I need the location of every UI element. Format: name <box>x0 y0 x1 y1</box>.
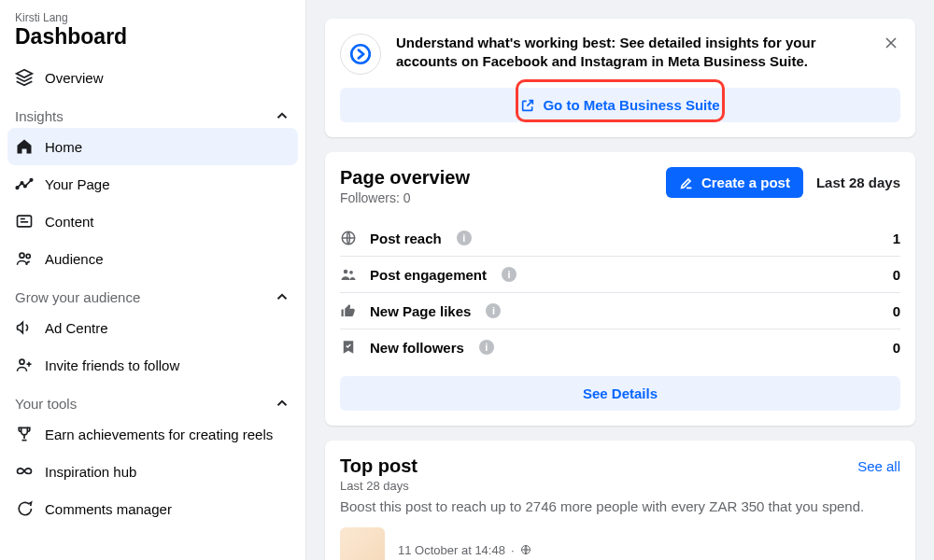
sidebar-item-label: Invite friends to follow <box>45 357 179 373</box>
chevron-up-icon <box>274 107 290 124</box>
sidebar-item-content[interactable]: Content <box>7 203 298 240</box>
top-post-title: Top post <box>340 455 417 477</box>
comment-icon <box>15 499 34 518</box>
banner-text: Understand what's working best: See deta… <box>396 34 900 72</box>
user-name: Kirsti Lang <box>7 11 298 24</box>
svg-point-9 <box>20 359 24 364</box>
section-grow[interactable]: Grow your audience <box>7 277 298 309</box>
metric-post-reach: Post reach i 1 <box>340 220 900 257</box>
top-post-period: Last 28 days <box>340 479 900 493</box>
metric-value: 0 <box>893 267 900 283</box>
sidebar-item-label: Comments manager <box>45 501 172 517</box>
see-all-link[interactable]: See all <box>857 458 900 474</box>
sidebar-item-label: Earn achievements for creating reels <box>45 427 273 442</box>
svg-point-7 <box>20 253 24 258</box>
sidebar-item-label: Home <box>45 139 82 155</box>
metric-new-followers: New followers i 0 <box>340 329 900 365</box>
page-overview-card: Page overview Followers: 0 Create a post… <box>325 152 915 426</box>
compose-icon <box>679 175 694 190</box>
metric-value: 0 <box>893 303 900 319</box>
invite-icon <box>15 356 34 374</box>
page-title: Dashboard <box>7 24 298 59</box>
people-icon <box>340 266 359 283</box>
post-date: 11 October at 14:48 <box>398 543 505 557</box>
butterfly-icon <box>15 462 34 481</box>
top-post-description: Boost this post to reach up to 2746 more… <box>340 498 900 514</box>
go-to-meta-suite-button[interactable]: Go to Meta Business Suite <box>340 88 900 122</box>
svg-point-2 <box>24 185 27 188</box>
svg-point-0 <box>16 187 19 189</box>
sidebar-item-comments[interactable]: Comments manager <box>7 490 298 527</box>
trophy-icon <box>15 425 34 443</box>
megaphone-icon <box>15 318 34 337</box>
post-thumbnail <box>340 527 385 560</box>
audience-icon <box>15 249 34 268</box>
section-tools[interactable]: Your tools <box>7 384 298 415</box>
section-insights[interactable]: Insights <box>7 96 298 128</box>
sidebar-item-overview[interactable]: Overview <box>7 59 298 96</box>
sidebar-item-label: Content <box>45 214 94 230</box>
sidebar: Kirsti Lang Dashboard Overview Insights … <box>0 0 306 560</box>
sidebar-item-achievements[interactable]: Earn achievements for creating reels <box>7 415 298 453</box>
cta-label: Go to Meta Business Suite <box>543 97 719 113</box>
main-content: Understand what's working best: See deta… <box>306 0 934 560</box>
bookmark-check-icon <box>340 339 359 356</box>
svg-point-19 <box>349 271 353 274</box>
metric-value: 1 <box>893 231 900 246</box>
close-icon[interactable] <box>882 34 900 52</box>
thumbs-up-icon <box>340 302 359 319</box>
chevron-up-icon <box>274 395 290 412</box>
metric-post-engagement: Post engagement i 0 <box>340 257 900 293</box>
globe-icon <box>520 544 531 555</box>
sidebar-item-your-page[interactable]: Your Page <box>7 165 298 203</box>
home-icon <box>15 137 34 156</box>
sidebar-item-inspiration[interactable]: Inspiration hub <box>7 453 298 490</box>
trend-icon <box>15 175 34 193</box>
top-post-card: Top post See all Last 28 days Boost this… <box>325 441 915 560</box>
sidebar-item-label: Inspiration hub <box>45 464 136 480</box>
info-icon[interactable]: i <box>479 340 494 355</box>
meta-suite-icon <box>340 34 381 75</box>
promo-banner: Understand what's working best: See deta… <box>325 19 915 137</box>
info-icon[interactable]: i <box>486 303 501 318</box>
external-link-icon <box>520 98 535 113</box>
sidebar-item-ad-centre[interactable]: Ad Centre <box>7 309 298 346</box>
top-post-item[interactable]: 11 October at 14:48 · <box>340 527 900 560</box>
sidebar-item-label: Overview <box>45 70 104 86</box>
sidebar-item-label: Ad Centre <box>45 320 108 336</box>
sidebar-item-label: Your Page <box>45 176 110 192</box>
svg-point-18 <box>344 270 348 274</box>
svg-point-3 <box>30 179 33 182</box>
create-post-button[interactable]: Create a post <box>666 167 803 198</box>
svg-point-8 <box>26 254 30 258</box>
info-icon[interactable]: i <box>457 231 472 245</box>
globe-icon <box>340 230 359 246</box>
metric-new-page-likes: New Page likes i 0 <box>340 293 900 329</box>
metric-value: 0 <box>893 340 900 356</box>
overview-title: Page overview <box>340 167 470 189</box>
chevron-up-icon <box>274 288 290 305</box>
content-icon <box>15 212 34 231</box>
svg-point-14 <box>351 45 370 63</box>
sidebar-item-invite[interactable]: Invite friends to follow <box>7 346 298 384</box>
period-label: Last 28 days <box>816 175 900 190</box>
sidebar-item-audience[interactable]: Audience <box>7 240 298 277</box>
sidebar-item-label: Audience <box>45 251 104 267</box>
sidebar-item-home[interactable]: Home <box>7 128 298 165</box>
followers-label: Followers: 0 <box>340 190 470 205</box>
info-icon[interactable]: i <box>502 267 517 282</box>
see-details-button[interactable]: See Details <box>340 376 900 411</box>
stack-icon <box>15 68 34 87</box>
svg-point-1 <box>21 182 23 185</box>
